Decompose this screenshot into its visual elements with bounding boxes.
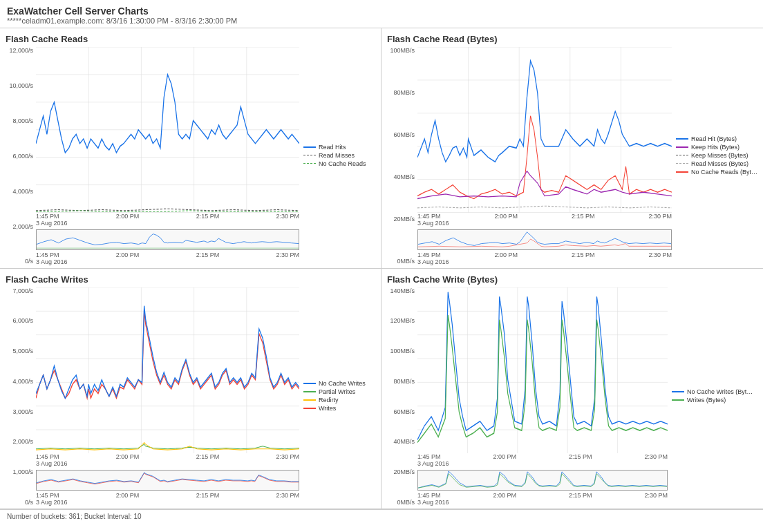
x-axis-read-bytes: 1:45 PM 2:00 PM 2:15 PM 2:30 PM bbox=[417, 213, 672, 220]
chart-main-writes: 1:45 PM 2:00 PM 2:15 PM 2:30 PM 3 Aug 20… bbox=[36, 287, 299, 506]
legend-line-read-misses bbox=[303, 155, 316, 155]
chart-title-read-bytes: Flash Cache Read (Bytes) bbox=[387, 34, 757, 44]
overview-reads[interactable] bbox=[36, 229, 299, 250]
date-label-writes: 3 Aug 2016 bbox=[36, 460, 299, 467]
legend-item-no-cache-writes: No Cache Writes bbox=[303, 380, 375, 387]
chart-title-write-bytes: Flash Cache Write (Bytes) bbox=[387, 274, 757, 285]
legend-item-writes: Writes bbox=[303, 405, 375, 412]
chart-flash-cache-reads: Flash Cache Reads 12,000/s 10,000/s 8,00… bbox=[0, 28, 382, 269]
bottom-bar: Number of buckets: 361; Bucket Interval:… bbox=[0, 509, 763, 524]
legend-item-no-cache-reads: No Cache Reads bbox=[303, 160, 375, 167]
date-label-overview-reads: 3 Aug 2016 bbox=[36, 258, 299, 265]
date-label-reads: 3 Aug 2016 bbox=[36, 220, 299, 227]
legend-line-writes bbox=[303, 408, 316, 409]
legend-line-keep-hits-bytes bbox=[676, 146, 688, 148]
legend-line-keep-misses-bytes bbox=[676, 155, 688, 155]
chart-main-write-bytes: 1:45 PM 2:00 PM 2:15 PM 2:30 PM 3 Aug 20… bbox=[417, 287, 668, 506]
legend-item-redirty: Redirty bbox=[303, 397, 375, 403]
legend-line-redirty bbox=[303, 399, 316, 401]
legend-item-read-hit-bytes: Read Hit (Bytes) bbox=[676, 135, 757, 142]
legend-item-read-hits: Read Hits bbox=[303, 144, 375, 151]
chart-main-read-bytes: 1:45 PM 2:00 PM 2:15 PM 2:30 PM 3 Aug 20… bbox=[417, 47, 672, 265]
legend-line-read-hit-bytes bbox=[676, 138, 688, 140]
chart-main-reads: 1:45 PM 2:00 PM 2:15 PM 2:30 PM 3 Aug 20… bbox=[36, 47, 299, 265]
bottom-text: Number of buckets: 361; Bucket Interval:… bbox=[7, 513, 142, 520]
y-axis-reads: 12,000/s 10,000/s 8,000/s 6,000/s 4,000/… bbox=[6, 47, 36, 265]
y-axis-write-bytes: 140MB/s 120MB/s 100MB/s 80MB/s 60MB/s 40… bbox=[387, 287, 417, 506]
x-axis-overview-writes: 1:45 PM 2:00 PM 2:15 PM 2:30 PM bbox=[36, 492, 299, 499]
legend-writes: No Cache Writes Partial Writes Redirty W… bbox=[299, 287, 375, 506]
legend-line-partial-writes bbox=[303, 391, 316, 392]
legend-line-no-cache-writes-bytes bbox=[672, 391, 684, 392]
legend-item-partial-writes: Partial Writes bbox=[303, 388, 375, 395]
legend-reads: Read Hits Read Misses No Cache Reads bbox=[299, 47, 375, 265]
legend-line-no-cache-reads bbox=[303, 163, 316, 164]
chart-area-write-bytes: 140MB/s 120MB/s 100MB/s 80MB/s 60MB/s 40… bbox=[387, 287, 757, 506]
date-label-write-bytes: 3 Aug 2016 bbox=[417, 460, 668, 467]
chart-title-writes: Flash Cache Writes bbox=[6, 274, 375, 285]
date-label-overview-read-bytes: 3 Aug 2016 bbox=[417, 258, 672, 265]
x-axis-overview-write-bytes: 1:45 PM 2:00 PM 2:15 PM 2:30 PM bbox=[417, 492, 668, 499]
y-axis-writes: 7,000/s 6,000/s 5,000/s 4,000/s 3,000/s … bbox=[6, 287, 36, 506]
chart-svg-write-bytes bbox=[417, 287, 668, 454]
legend-line-read-hits bbox=[303, 146, 316, 148]
legend-line-writes-bytes bbox=[672, 399, 684, 401]
legend-item-read-misses-bytes: Read Misses (Bytes) bbox=[676, 160, 757, 167]
legend-item-keep-misses-bytes: Keep Misses (Bytes) bbox=[676, 152, 757, 159]
x-axis-reads: 1:45 PM 2:00 PM 2:15 PM 2:30 PM bbox=[36, 213, 299, 220]
page-title: ExaWatcher Cell Server Charts bbox=[7, 6, 756, 17]
overview-write-bytes[interactable] bbox=[417, 470, 668, 491]
date-label-read-bytes: 3 Aug 2016 bbox=[417, 220, 672, 227]
chart-svg-reads bbox=[36, 47, 299, 213]
legend-item-writes-bytes: Writes (Bytes) bbox=[672, 397, 757, 403]
chart-area-writes: 7,000/s 6,000/s 5,000/s 4,000/s 3,000/s … bbox=[6, 287, 375, 506]
chart-area-reads: 12,000/s 10,000/s 8,000/s 6,000/s 4,000/… bbox=[6, 47, 375, 265]
charts-grid: Flash Cache Reads 12,000/s 10,000/s 8,00… bbox=[0, 28, 763, 509]
x-axis-overview-read-bytes: 1:45 PM 2:00 PM 2:15 PM 2:30 PM bbox=[417, 251, 672, 258]
legend-write-bytes: No Cache Writes (Byt… Writes (Bytes) bbox=[668, 287, 757, 506]
y-axis-read-bytes: 100MB/s 80MB/s 60MB/s 40MB/s 20MB/s 0MB/… bbox=[387, 47, 417, 265]
chart-flash-cache-writes: Flash Cache Writes 7,000/s 6,000/s 5,000… bbox=[0, 269, 382, 509]
date-label-overview-write-bytes: 3 Aug 2016 bbox=[417, 499, 668, 506]
legend-line-no-cache-reads-bytes bbox=[676, 171, 688, 173]
legend-item-keep-hits-bytes: Keep Hits (Bytes) bbox=[676, 144, 757, 151]
chart-flash-cache-read-bytes: Flash Cache Read (Bytes) 100MB/s 80MB/s … bbox=[382, 28, 763, 269]
chart-flash-cache-write-bytes: Flash Cache Write (Bytes) 140MB/s 120MB/… bbox=[382, 269, 763, 509]
page-subtitle: *****celadm01.example.com: 8/3/16 1:30:0… bbox=[7, 17, 756, 25]
x-axis-write-bytes: 1:45 PM 2:00 PM 2:15 PM 2:30 PM bbox=[417, 453, 668, 460]
x-axis-overview-reads: 1:45 PM 2:00 PM 2:15 PM 2:30 PM bbox=[36, 251, 299, 258]
legend-line-read-misses-bytes bbox=[676, 163, 688, 164]
legend-read-bytes: Read Hit (Bytes) Keep Hits (Bytes) Keep … bbox=[672, 47, 757, 265]
legend-item-read-misses: Read Misses bbox=[303, 152, 375, 159]
overview-read-bytes[interactable] bbox=[417, 229, 672, 250]
chart-title-reads: Flash Cache Reads bbox=[6, 34, 375, 44]
chart-svg-read-bytes bbox=[417, 47, 672, 213]
chart-svg-writes bbox=[36, 287, 299, 454]
date-label-overview-writes: 3 Aug 2016 bbox=[36, 499, 299, 506]
legend-item-no-cache-reads-bytes: No Cache Reads (Byt… bbox=[676, 169, 757, 175]
legend-line-no-cache-writes bbox=[303, 383, 316, 384]
page-header: ExaWatcher Cell Server Charts *****celad… bbox=[0, 0, 763, 28]
overview-writes[interactable] bbox=[36, 470, 299, 491]
chart-area-read-bytes: 100MB/s 80MB/s 60MB/s 40MB/s 20MB/s 0MB/… bbox=[387, 47, 757, 265]
x-axis-writes: 1:45 PM 2:00 PM 2:15 PM 2:30 PM bbox=[36, 453, 299, 460]
legend-item-no-cache-writes-bytes: No Cache Writes (Byt… bbox=[672, 388, 757, 395]
